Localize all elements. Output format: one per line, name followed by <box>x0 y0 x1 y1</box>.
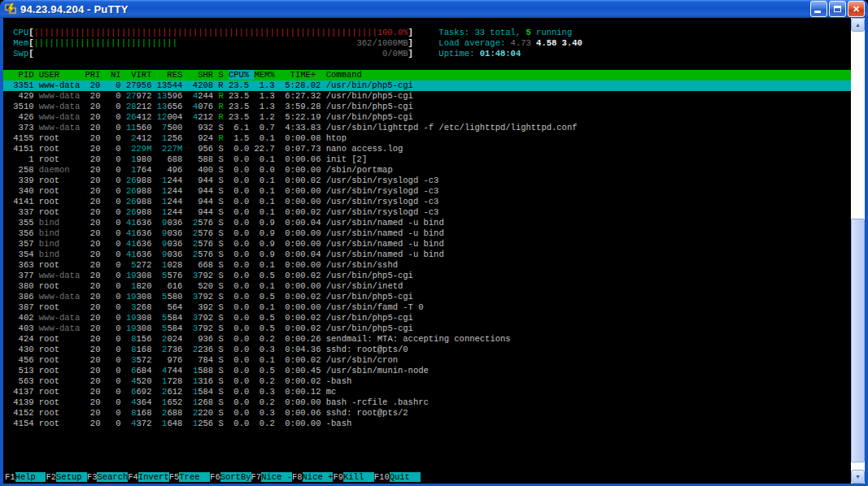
process-row[interactable]: 4151 root 20 0 229M 227M 956 S 0.0 22.7 … <box>3 144 851 154</box>
process-row[interactable]: 377 www-data 20 0 19308 5576 3792 S 0.0 … <box>3 271 851 281</box>
fkey-label: Kill <box>343 472 374 482</box>
maximize-button[interactable] <box>829 1 846 17</box>
close-icon: ✕ <box>853 5 860 14</box>
process-row[interactable]: 563 root 20 0 4520 1728 1316 S 0.0 0.2 0… <box>3 376 851 387</box>
scroll-down-icon: ▼ <box>855 474 861 479</box>
process-row[interactable]: 3510 www-data 20 0 28212 13656 4076 R 23… <box>3 102 851 112</box>
process-row[interactable]: 424 root 20 0 8156 2024 936 S 0.0 0.2 0:… <box>3 334 851 345</box>
fkey-f9-kill[interactable]: F9Kill <box>333 472 373 482</box>
fkey-key: F10 <box>374 472 390 482</box>
fkey-f8-nice[interactable]: F8Nice + <box>292 472 333 482</box>
fkey-key: F6 <box>210 472 220 482</box>
swp-meter: Swp[ 0/0MB] Uptime: 01:48:04 <box>3 49 851 59</box>
fkey-key: F2 <box>46 472 56 482</box>
fkey-key: F4 <box>128 472 138 482</box>
process-row[interactable]: 402 www-data 20 0 19308 5584 3792 S 0.0 … <box>3 313 851 323</box>
process-row[interactable]: 513 root 20 0 6684 4744 1588 S 0.0 0.5 0… <box>3 366 851 376</box>
title-bar[interactable]: 94.23.94.204 - PuTTY ✕ <box>0 0 868 18</box>
fkey-label: Nice + <box>303 472 334 482</box>
fkey-key: F3 <box>87 472 98 482</box>
fkey-label: SortBy <box>220 472 251 482</box>
fkey-f2-setup[interactable]: F2Setup <box>46 472 86 482</box>
putty-window: 94.23.94.204 - PuTTY ✕ CPU[|||||||||||||… <box>0 0 868 486</box>
process-row[interactable]: 354 bind 20 0 41636 9036 2576 S 0.0 0.9 … <box>3 250 851 260</box>
process-row[interactable]: 363 root 20 0 5272 1028 668 S 0.0 0.1 0:… <box>3 260 851 271</box>
process-row[interactable]: 340 root 20 0 26988 1244 944 S 0.0 0.1 0… <box>3 186 851 197</box>
process-row[interactable]: 357 bind 20 0 41636 9036 2576 S 0.0 0.9 … <box>3 239 851 250</box>
fkey-key: F9 <box>333 472 343 482</box>
process-row[interactable]: 4141 root 20 0 26988 1244 944 S 0.0 0.1 … <box>3 197 851 207</box>
minimize-icon <box>814 11 821 13</box>
fkey-f7-nice[interactable]: F7Nice - <box>251 472 292 482</box>
cpu-meter: CPU[||||||||||||||||||||||||||||||||||||… <box>3 28 851 38</box>
function-key-bar: F1Help F2Setup F3SearchF4InvertF5Tree F6… <box>3 472 851 483</box>
process-row[interactable]: 339 root 20 0 26988 1244 944 S 0.0 0.1 0… <box>3 176 851 186</box>
scrollbar-thumb[interactable] <box>851 219 865 462</box>
fkey-key: F1 <box>5 472 15 482</box>
terminal-screen[interactable]: CPU[||||||||||||||||||||||||||||||||||||… <box>3 18 851 484</box>
scrollbar-track[interactable] <box>851 32 865 470</box>
process-row[interactable]: 386 www-data 20 0 19308 5580 3792 S 0.0 … <box>3 292 851 302</box>
mem-meter: Mem[|||||||||||||||||||||||||||| 362/100… <box>3 38 851 49</box>
process-row[interactable]: 373 www-data 20 0 11560 7500 932 S 6.1 0… <box>3 123 851 133</box>
fkey-label: Quit <box>390 472 421 482</box>
fkey-key: F8 <box>292 472 303 482</box>
fkey-f6-sortby[interactable]: F6SortBy <box>210 472 251 482</box>
fkey-label: Invert <box>138 472 169 482</box>
fkey-key: F5 <box>169 472 180 482</box>
process-row[interactable]: 387 root 20 0 3268 564 392 S 0.0 0.1 0:0… <box>3 302 851 313</box>
fkey-label: Help <box>15 472 46 482</box>
process-row[interactable]: 4139 root 20 0 4364 1652 1268 S 0.0 0.2 … <box>3 397 851 408</box>
putty-icon <box>4 2 17 15</box>
fkey-label: Tree <box>179 472 210 482</box>
window-title: 94.23.94.204 - PuTTY <box>20 3 810 15</box>
fkey-f3-search[interactable]: F3Search <box>87 472 128 482</box>
scroll-up-button[interactable]: ▲ <box>851 18 865 32</box>
minimize-button[interactable] <box>810 1 827 17</box>
process-row[interactable]: 4152 root 20 0 8168 2688 2220 S 0.0 0.3 … <box>3 408 851 419</box>
process-row[interactable]: 426 www-data 20 0 26412 12004 4212 R 23.… <box>3 112 851 123</box>
scrollbar[interactable]: ▲ ▼ <box>851 18 865 484</box>
blank-line <box>3 59 851 70</box>
fkey-f1-help[interactable]: F1Help <box>5 472 46 482</box>
process-row[interactable]: 1 root 20 0 1980 688 588 S 0.0 0.1 0:00.… <box>3 154 851 165</box>
fkey-key: F7 <box>251 472 262 482</box>
process-row[interactable]: 4155 root 20 0 2412 1256 924 R 1.5 0.1 0… <box>3 133 851 144</box>
fkey-label: Nice - <box>261 472 292 482</box>
process-row[interactable]: 4154 root 20 0 4372 1648 1256 S 0.0 0.2 … <box>3 419 851 429</box>
scroll-down-button[interactable]: ▼ <box>851 470 865 484</box>
process-row[interactable]: 337 root 20 0 26988 1244 944 S 0.0 0.1 0… <box>3 207 851 218</box>
htop-output: CPU[||||||||||||||||||||||||||||||||||||… <box>3 18 851 429</box>
scroll-up-icon: ▲ <box>855 22 861 28</box>
process-table-header[interactable]: PID USER PRI NI VIRT RES SHR S CPU% MEM%… <box>3 70 851 80</box>
fkey-label: Setup <box>56 472 87 482</box>
maximize-icon <box>834 6 841 12</box>
fkey-f5-tree[interactable]: F5Tree <box>169 472 210 482</box>
process-row[interactable]: 355 bind 20 0 41636 9036 2576 S 0.0 0.9 … <box>3 218 851 228</box>
close-button[interactable]: ✕ <box>848 1 865 17</box>
process-row[interactable]: 4137 root 20 0 6692 2612 1584 S 0.0 0.3 … <box>3 387 851 397</box>
process-row[interactable]: 3351 www-data 20 0 27956 13544 4208 R 23… <box>3 80 851 91</box>
process-row[interactable]: 429 www-data 20 0 27972 13596 4244 R 23.… <box>3 91 851 102</box>
process-row[interactable]: 356 bind 20 0 41636 9036 2576 S 0.0 0.9 … <box>3 228 851 239</box>
process-row[interactable]: 403 www-data 20 0 19308 5584 3792 S 0.0 … <box>3 323 851 334</box>
process-row[interactable]: 258 daemon 20 0 1764 496 400 S 0.0 0.0 0… <box>3 165 851 176</box>
process-row[interactable]: 430 root 20 0 8168 2736 2236 S 0.0 0.3 0… <box>3 345 851 355</box>
fkey-label: Search <box>97 472 128 482</box>
process-row[interactable]: 380 root 20 0 1820 616 520 S 0.0 0.1 0:0… <box>3 281 851 292</box>
fkey-f4-invert[interactable]: F4Invert <box>128 472 168 482</box>
fkey-f10-quit[interactable]: F10Quit <box>374 472 421 482</box>
process-row[interactable]: 456 root 20 0 3572 976 784 S 0.0 0.1 0:0… <box>3 355 851 366</box>
